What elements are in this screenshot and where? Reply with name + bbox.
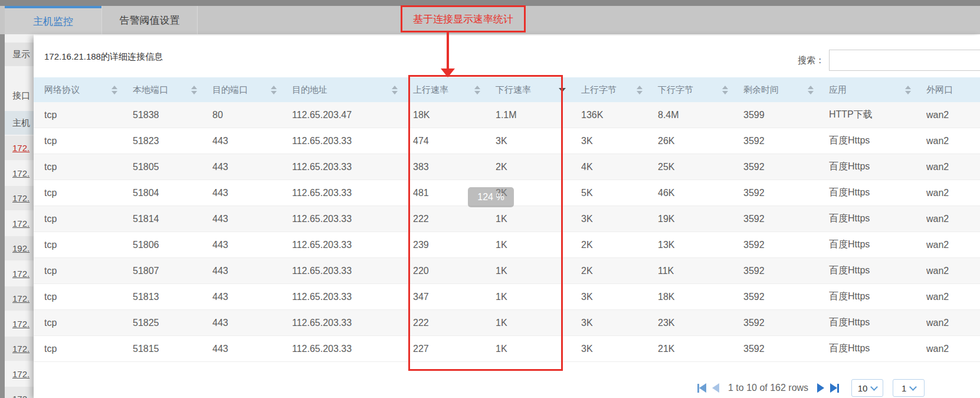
cell: tcp	[44, 318, 133, 328]
cell: 3592	[743, 344, 829, 354]
cell: 5K	[581, 188, 658, 198]
cell: 112.65.203.33	[292, 136, 413, 146]
next-page-icon[interactable]	[817, 383, 824, 393]
cell: tcp	[44, 188, 133, 198]
tab-label: 主机监控	[33, 15, 73, 28]
table-row: tcp5183880112.65.203.4718K1.1M136K8.4M35…	[34, 102, 980, 128]
cell: 443	[212, 344, 292, 354]
cell: 112.65.203.33	[292, 188, 413, 198]
cell: 51815	[133, 344, 212, 354]
cell: 18K	[413, 110, 496, 120]
sidebar-host-link[interactable]: 172.	[5, 161, 34, 185]
prev-page-icon[interactable]	[712, 383, 719, 393]
cell: 51814	[133, 214, 212, 224]
cell: 443	[212, 266, 292, 276]
cell: 1.1M	[496, 110, 581, 120]
page-number-value: 1	[902, 383, 906, 393]
cell: wan2	[926, 292, 980, 302]
cell: 3592	[743, 266, 829, 276]
cell: 百度Https	[829, 213, 926, 225]
cell: tcp	[44, 136, 133, 146]
sidebar-host-link[interactable]: 172.	[5, 211, 34, 236]
sidebar-host-link[interactable]: 172.	[5, 312, 34, 336]
cell: tcp	[44, 214, 133, 224]
cell: wan2	[926, 188, 980, 198]
cell: wan2	[926, 136, 980, 146]
sidebar-host-link[interactable]: 172.	[5, 337, 34, 361]
page-size-select[interactable]: 10	[851, 379, 883, 397]
cell: 112.65.203.47	[292, 110, 413, 120]
left-edge-strip	[0, 34, 5, 398]
sidebar-host-link[interactable]: 192.	[5, 236, 34, 260]
cell: 百度Https	[829, 265, 926, 277]
cell: wan2	[926, 162, 980, 172]
cell: 222	[413, 318, 496, 328]
cell: wan2	[926, 318, 980, 328]
cell: 51805	[133, 162, 212, 172]
cell: 80	[212, 110, 292, 120]
cell: 51813	[133, 292, 212, 302]
cell: 443	[212, 188, 292, 198]
cell: 8.4M	[658, 110, 743, 120]
cell: 3599	[743, 110, 829, 120]
sidebar-host-link[interactable]: 172.	[5, 387, 34, 398]
cell: 1K	[496, 266, 581, 276]
table-row: tcp51806443112.65.203.332391K2K13K3592百度…	[34, 232, 980, 258]
cell: tcp	[44, 344, 133, 354]
cell: 3592	[743, 136, 829, 146]
cell: 112.65.203.33	[292, 162, 413, 172]
sidebar-host-link[interactable]: 172.	[5, 262, 34, 286]
sidebar-host-link[interactable]: 172.	[5, 286, 34, 311]
cell: 474	[413, 136, 496, 146]
table-row: tcp51825443112.65.203.332221K3K23K3592百度…	[34, 310, 980, 336]
cell: wan2	[926, 344, 980, 354]
cell: 51823	[133, 136, 212, 146]
cell: 19K	[658, 214, 743, 224]
cell: 443	[212, 240, 292, 250]
page-number-select[interactable]: 1	[893, 379, 925, 397]
cell: 3592	[743, 188, 829, 198]
host-ip-label: 172.	[12, 143, 30, 153]
pagination-summary: 1 to 10 of 162 rows	[728, 383, 808, 393]
host-ip-label: 172.	[12, 319, 30, 329]
chevron-down-icon	[909, 383, 917, 391]
cell: 3592	[743, 292, 829, 302]
last-page-icon[interactable]	[830, 383, 839, 393]
cell: 220	[413, 266, 496, 276]
cell: tcp	[44, 266, 133, 276]
table-row: tcp51814443112.65.203.332221K3K19K3592百度…	[34, 206, 980, 232]
cell: 51825	[133, 318, 212, 328]
cell: 25K	[658, 162, 743, 172]
host-ip-label: 172.	[12, 394, 30, 398]
cell: 3592	[743, 162, 829, 172]
host-ip-label: 172.	[12, 344, 30, 354]
tab-label: 告警阈值设置	[120, 14, 180, 27]
annotation-callout: 基于连接显示速率统计	[401, 5, 526, 32]
cell: 21K	[658, 344, 743, 354]
sidebar-host-link[interactable]: 172.	[5, 362, 34, 386]
table-row: tcp51815443112.65.203.332271K3K21K3592百度…	[34, 336, 980, 362]
cell: 3K	[496, 136, 581, 146]
sidebar-host-link[interactable]: 172.	[5, 136, 34, 160]
host-ip-label: 172.	[12, 369, 30, 379]
table-row: tcp51823443112.65.203.334743K3K26K3592百度…	[34, 128, 980, 154]
tab-host-monitor[interactable]: 主机监控	[5, 6, 101, 34]
cell: wan2	[926, 110, 980, 120]
cell: 3K	[581, 136, 658, 146]
host-ip-label: 192.	[12, 243, 30, 253]
cell: 239	[413, 240, 496, 250]
cell: 46K	[658, 188, 743, 198]
cell: 1K	[496, 318, 581, 328]
cell: 51806	[133, 240, 212, 250]
connection-detail-panel: 172.16.21.188的详细连接信息 搜索： 网络协议本地端口目的端口目的地…	[34, 35, 980, 398]
tab-alarm-threshold[interactable]: 告警阈值设置	[101, 6, 198, 34]
host-ip-label: 172.	[12, 269, 30, 279]
sidebar-host-link[interactable]: 172.	[5, 186, 34, 210]
cell: 222	[413, 214, 496, 224]
page-size-value: 10	[858, 383, 868, 393]
annotation-arrow-line	[447, 32, 449, 69]
first-page-icon[interactable]	[697, 383, 706, 393]
cell: 百度Https	[829, 187, 926, 199]
cell: 百度Https	[829, 135, 926, 147]
cell: 443	[212, 318, 292, 328]
